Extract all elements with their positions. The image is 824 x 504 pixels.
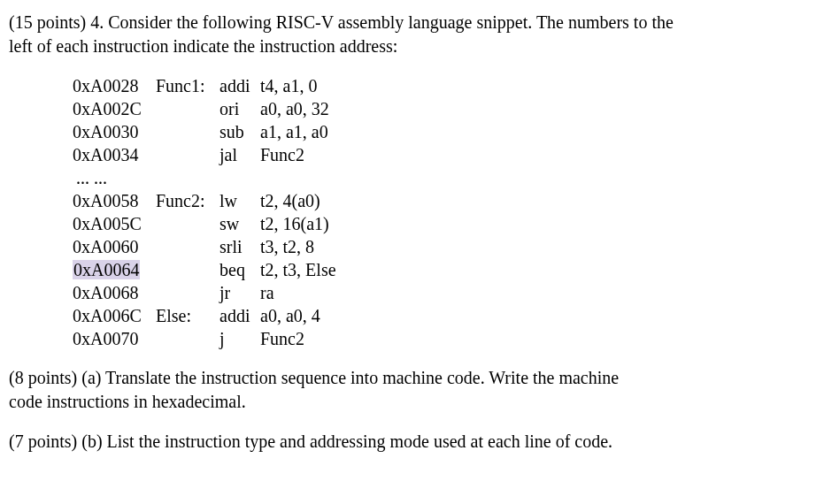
code-label: Func1: <box>156 74 219 97</box>
operands: a0, a0, 4 <box>260 304 320 327</box>
operands: t4, a1, 0 <box>260 74 317 97</box>
code-line: 0xA0064beqt2, t3, Else <box>73 258 815 281</box>
code-label <box>156 212 219 235</box>
operands: a0, a0, 32 <box>260 97 329 120</box>
instruction-address: 0xA005C <box>73 212 156 235</box>
code-line: 0xA0030suba1, a1, a0 <box>73 120 815 143</box>
mnemonic: ori <box>219 97 260 120</box>
operands: t3, t2, 8 <box>260 235 314 258</box>
code-ellipsis: ... ... <box>76 166 815 189</box>
code-line: 0xA0058Func2:lwt2, 4(a0) <box>73 189 815 212</box>
code-line: 0xA002Coria0, a0, 32 <box>73 97 815 120</box>
mnemonic: jr <box>219 281 260 304</box>
operands: ra <box>260 281 274 304</box>
mnemonic: beq <box>219 258 260 281</box>
operands: a1, a1, a0 <box>260 120 328 143</box>
code-line: 0xA0068jrra <box>73 281 815 304</box>
operands: t2, 4(a0) <box>260 189 320 212</box>
mnemonic: lw <box>219 189 260 212</box>
code-label <box>156 235 219 258</box>
code-line: 0xA005Cswt2, 16(a1) <box>73 212 815 235</box>
intro-line-2: left of each instruction indicate the in… <box>9 36 397 56</box>
code-label <box>156 143 219 166</box>
mnemonic: srli <box>219 235 260 258</box>
mnemonic: addi <box>219 304 260 327</box>
code-line: 0xA0070jFunc2 <box>73 327 815 350</box>
operands: t2, 16(a1) <box>260 212 329 235</box>
code-line: 0xA0034jalFunc2 <box>73 143 815 166</box>
instruction-address: 0xA006C <box>73 304 156 327</box>
instruction-address: 0xA0058 <box>73 189 156 212</box>
code-label <box>156 327 219 350</box>
operands: Func2 <box>260 143 304 166</box>
assembly-code-block: 0xA0028Func1:addit4, a1, 0 0xA002Coria0,… <box>73 74 815 350</box>
code-label <box>156 120 219 143</box>
code-label <box>156 281 219 304</box>
instruction-address: 0xA0060 <box>73 235 156 258</box>
instruction-address: 0xA002C <box>73 97 156 120</box>
code-line: 0xA0028Func1:addit4, a1, 0 <box>73 74 815 97</box>
code-label <box>156 97 219 120</box>
mnemonic: j <box>219 327 260 350</box>
code-label: Func2: <box>156 189 219 212</box>
part-b-text: (7 points) (b) List the instruction type… <box>9 431 612 451</box>
code-label: Else: <box>156 304 219 327</box>
code-label <box>156 258 219 281</box>
part-a-line-1: (8 points) (a) Translate the instruction… <box>9 368 619 387</box>
operands: Func2 <box>260 327 304 350</box>
instruction-address: 0xA0028 <box>73 74 156 97</box>
mnemonic: addi <box>219 74 260 97</box>
instruction-address: 0xA0068 <box>73 281 156 304</box>
subquestion-b: (7 points) (b) List the instruction type… <box>9 430 815 454</box>
operands: t2, t3, Else <box>260 258 336 281</box>
intro-line-1: (15 points) 4. Consider the following RI… <box>9 12 674 32</box>
mnemonic: sub <box>219 120 260 143</box>
question-intro: (15 points) 4. Consider the following RI… <box>9 11 815 58</box>
instruction-address: 0xA0064 <box>73 258 156 281</box>
highlight-mark: 0xA0064 <box>73 260 140 279</box>
subquestion-a: (8 points) (a) Translate the instruction… <box>9 366 815 414</box>
instruction-address: 0xA0070 <box>73 327 156 350</box>
mnemonic: sw <box>219 212 260 235</box>
code-line: 0xA006CElse:addia0, a0, 4 <box>73 304 815 327</box>
instruction-address: 0xA0034 <box>73 143 156 166</box>
instruction-address: 0xA0030 <box>73 120 156 143</box>
code-line: 0xA0060srlit3, t2, 8 <box>73 235 815 258</box>
mnemonic: jal <box>219 143 260 166</box>
part-a-line-2: code instructions in hexadecimal. <box>9 392 246 411</box>
